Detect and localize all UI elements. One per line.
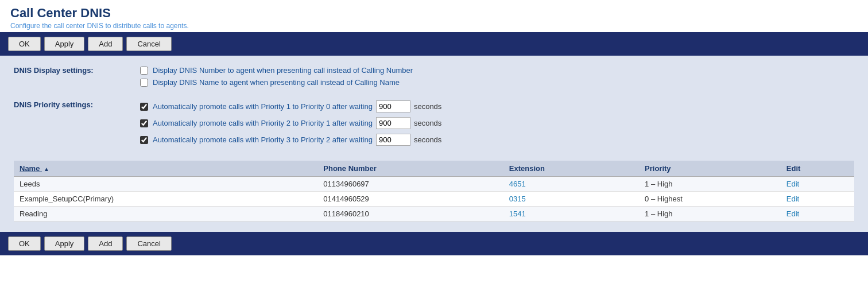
dnis-number-checkbox[interactable]	[140, 67, 148, 75]
dnis-priority-section: DNIS Priority settings: Automatically pr…	[14, 100, 854, 150]
dnis-table: Name ▲ Phone Number Extension Priority E…	[14, 161, 854, 221]
toolbar-top: OK Apply Add Cancel	[0, 32, 868, 56]
sort-arrow: ▲	[44, 166, 49, 172]
edit-link[interactable]: Edit	[786, 180, 799, 188]
add-button-top[interactable]: Add	[88, 37, 123, 51]
edit-link[interactable]: Edit	[786, 209, 799, 218]
priority-row-1: Automatically promote calls with Priorit…	[140, 117, 441, 129]
cell-edit: Edit	[781, 177, 854, 192]
edit-link[interactable]: Edit	[786, 195, 799, 203]
dnis-display-label: DNIS Display settings:	[14, 66, 140, 75]
cell-name: Reading	[14, 207, 317, 221]
dnis-display-section: DNIS Display settings: Display DNIS Numb…	[14, 66, 854, 90]
cell-phone: 01414960529	[317, 192, 503, 207]
page-subtitle: Configure the call center DNIS to distri…	[10, 22, 858, 30]
cancel-button-bottom[interactable]: Cancel	[126, 236, 171, 251]
priority-label-before-0: Automatically promote calls with Priorit…	[153, 102, 373, 111]
cell-extension-link[interactable]: 4651	[509, 180, 526, 188]
col-name[interactable]: Name ▲	[14, 161, 317, 177]
cell-extension: 1541	[503, 207, 639, 221]
priority-input-1[interactable]	[376, 117, 410, 129]
cell-name: Leeds	[14, 177, 317, 192]
dnis-number-row: Display DNIS Number to agent when presen…	[140, 66, 413, 75]
page-title: Call Center DNIS	[10, 6, 858, 21]
table-header-row: Name ▲ Phone Number Extension Priority E…	[14, 161, 854, 177]
table-row: Leeds0113496069746511 – HighEdit	[14, 177, 854, 192]
add-button-bottom[interactable]: Add	[88, 236, 123, 251]
col-phone: Phone Number	[317, 161, 503, 177]
ok-button-top[interactable]: OK	[8, 37, 41, 51]
content-area: DNIS Display settings: Display DNIS Numb…	[0, 56, 868, 232]
dnis-name-label: Display DNIS Name to agent when presenti…	[153, 78, 400, 87]
dnis-table-section: Name ▲ Phone Number Extension Priority E…	[14, 161, 854, 221]
priority-row-0: Automatically promote calls with Priorit…	[140, 100, 441, 112]
priority-label-after-0: seconds	[414, 102, 441, 111]
page-header: Call Center DNIS Configure the call cent…	[0, 0, 868, 32]
cell-phone: 01184960210	[317, 207, 503, 221]
ok-button-bottom[interactable]: OK	[8, 236, 41, 251]
cell-edit: Edit	[781, 192, 854, 207]
priority-row-2: Automatically promote calls with Priorit…	[140, 134, 441, 146]
cell-edit: Edit	[781, 207, 854, 221]
cancel-button-top[interactable]: Cancel	[126, 37, 171, 51]
col-edit: Edit	[781, 161, 854, 177]
dnis-name-row: Display DNIS Name to agent when presenti…	[140, 78, 413, 87]
table-row: Reading0118496021015411 – HighEdit	[14, 207, 854, 221]
cell-extension: 4651	[503, 177, 639, 192]
priority-input-0[interactable]	[376, 100, 410, 112]
cell-name: Example_SetupCC(Primary)	[14, 192, 317, 207]
priority-input-2[interactable]	[376, 134, 410, 146]
dnis-number-label: Display DNIS Number to agent when presen…	[153, 66, 413, 75]
col-priority: Priority	[639, 161, 781, 177]
priority-label-after-2: seconds	[414, 135, 441, 144]
priority-checkbox-1[interactable]	[140, 119, 148, 127]
cell-extension: 0315	[503, 192, 639, 207]
table-row: Example_SetupCC(Primary)0141496052903150…	[14, 192, 854, 207]
col-extension: Extension	[503, 161, 639, 177]
priority-label-after-1: seconds	[414, 119, 441, 127]
priority-label-before-2: Automatically promote calls with Priorit…	[153, 135, 373, 144]
toolbar-bottom: OK Apply Add Cancel	[0, 232, 868, 255]
cell-priority: 1 – High	[639, 207, 781, 221]
page-wrapper: Call Center DNIS Configure the call cent…	[0, 0, 868, 307]
apply-button-top[interactable]: Apply	[44, 37, 85, 51]
cell-priority: 1 – High	[639, 177, 781, 192]
dnis-priority-label: DNIS Priority settings:	[14, 100, 140, 109]
priority-checkbox-2[interactable]	[140, 136, 148, 144]
cell-extension-link[interactable]: 1541	[509, 209, 526, 218]
cell-extension-link[interactable]: 0315	[509, 195, 526, 203]
priority-checkbox-0[interactable]	[140, 103, 148, 111]
priority-label-before-1: Automatically promote calls with Priorit…	[153, 119, 373, 127]
dnis-name-checkbox[interactable]	[140, 79, 148, 87]
cell-priority: 0 – Highest	[639, 192, 781, 207]
cell-phone: 01134960697	[317, 177, 503, 192]
apply-button-bottom[interactable]: Apply	[44, 236, 85, 251]
